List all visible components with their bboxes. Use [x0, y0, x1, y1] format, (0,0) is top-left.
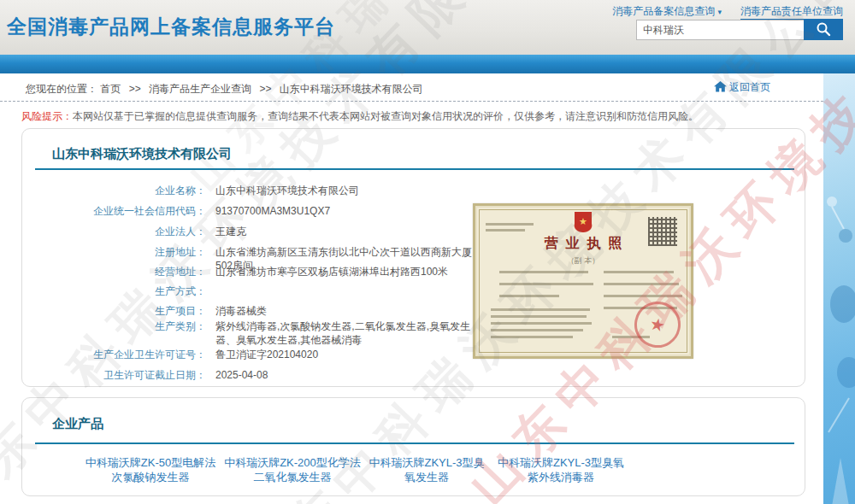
breadcrumb-category-link[interactable]: 消毒产品生产企业查询	[149, 83, 251, 95]
molecule-icon	[823, 176, 855, 504]
license-text-line	[499, 295, 559, 297]
site-header: 全国消毒产品网上备案信息服务平台 消毒产品备案信息查询 ▾消毒产品责任单位查询	[0, 0, 855, 55]
license-text-line	[491, 336, 573, 338]
nav-link-backup-query[interactable]: 消毒产品备案信息查询 ▾	[612, 5, 722, 17]
license-text-line	[491, 322, 592, 325]
field-row-production-category: 生产类别：紫外线消毒器,次氯酸钠发生器,二氧化氯发生器,臭氧发生器、臭氧水发生器…	[31, 319, 484, 347]
chevron-down-icon: ▾	[717, 8, 722, 16]
products-panel: 企业产品 中科瑞沃牌ZK-50型电解法次氯酸钠发生器 中科瑞沃牌ZK-200型化…	[21, 397, 805, 496]
search-bar	[636, 20, 843, 40]
field-value: 鲁卫消证字202104020	[215, 348, 474, 361]
license-title: 营业执照	[475, 235, 691, 253]
license-text-line	[499, 271, 588, 273]
field-value: 山东省潍坊市寒亭区双杨店镇湖淋埠出村路西100米	[215, 265, 474, 278]
national-emblem-icon: ★	[571, 210, 595, 234]
product-link-zkyl3-ozone[interactable]: 中科瑞沃牌ZKYL-3型臭氧发生器	[366, 455, 487, 484]
products-title: 企业产品	[52, 416, 103, 432]
product-link-zkyl3-uv[interactable]: 中科瑞沃牌ZKYL-3型臭氧紫外线消毒器	[492, 455, 629, 484]
field-value: 消毒器械类	[215, 304, 474, 318]
page: 全国消毒产品网上备案信息服务平台 消毒产品备案信息查询 ▾消毒产品责任单位查询	[0, 0, 855, 504]
license-text-line	[604, 271, 674, 273]
breadcrumb-current: 山东中科瑞沃环境技术有限公司	[280, 83, 423, 95]
nav-link-backup-query-label: 消毒产品备案信息查询	[612, 5, 715, 17]
product-link-zk50[interactable]: 中科瑞沃牌ZK-50型电解法次氯酸钠发生器	[82, 455, 219, 484]
svg-text:★: ★	[579, 216, 587, 226]
field-row-business-address: 经营地址：山东省潍坊市寒亭区双杨店镇湖淋埠出村路西100米	[31, 265, 484, 278]
license-text-line	[486, 229, 525, 231]
risk-notice: 风险提示：本网站仅基于已掌握的信息提供查询服务，查询结果不代表本网站对被查询对象…	[21, 110, 699, 123]
breadcrumb-bar: 您现在的位置： 首页 >> 消毒产品生产企业查询 >> 山东中科瑞沃环境技术有限…	[0, 73, 823, 102]
company-info-panel: 山东中科瑞沃环境技术有限公司 企业名称：山东中科瑞沃环境技术有限公司 企业统一社…	[21, 128, 805, 387]
field-label: 生产类别：	[31, 319, 206, 333]
home-icon	[714, 81, 727, 95]
license-text-line	[604, 283, 679, 285]
breadcrumb: 您现在的位置： 首页 >> 消毒产品生产企业查询 >> 山东中科瑞沃环境技术有限…	[26, 82, 423, 97]
field-label: 生产企业卫生许可证号：	[31, 348, 206, 361]
field-value: 山东中科瑞沃环境技术有限公司	[215, 184, 474, 197]
return-home-label: 返回首页	[729, 80, 770, 95]
field-row-license-expiry: 卫生许可证截止日期：2025-04-08	[31, 368, 484, 382]
field-row-production-item: 生产项目：消毒器械类	[31, 304, 484, 318]
nav-link-unit-query[interactable]: 消毒产品责任单位查询	[740, 5, 843, 21]
business-license-image: ★ 营业执照 （副 本） ★	[473, 203, 693, 359]
license-subtitle: （副 本）	[475, 255, 691, 267]
breadcrumb-separator: >>	[129, 83, 141, 95]
return-home-link[interactable]: 返回首页	[714, 80, 770, 95]
breadcrumb-home-link[interactable]: 首页	[100, 83, 121, 95]
license-text-line	[486, 223, 534, 226]
field-value: 紫外线消毒器,次氯酸钠发生器,二氧化氯发生器,臭氧发生器、臭氧水发生器,其他器械…	[215, 319, 474, 347]
field-row-license-number: 生产企业卫生许可证号：鲁卫消证字202104020	[31, 348, 484, 361]
field-value: 91370700MA3M3U1QX7	[215, 204, 474, 218]
company-title: 山东中科瑞沃环境技术有限公司	[52, 146, 232, 162]
risk-notice-label: 风险提示：	[21, 110, 73, 122]
title-divider	[35, 168, 794, 170]
search-button[interactable]	[804, 20, 843, 40]
field-value: 2025-04-08	[215, 368, 474, 382]
breadcrumb-separator: >>	[259, 83, 271, 95]
breadcrumb-prefix: 您现在的位置：	[26, 83, 97, 95]
search-input[interactable]	[636, 20, 804, 40]
product-link-zk200[interactable]: 中科瑞沃牌ZK-200型化学法二氧化氯发生器	[224, 455, 361, 484]
field-label: 注册地址：	[31, 245, 206, 259]
field-label: 经营地址：	[31, 265, 206, 278]
title-divider	[35, 442, 794, 444]
field-row-credit-code: 企业统一社会信用代码：91370700MA3M3U1QX7	[31, 204, 484, 218]
field-row-legal-person: 企业法人：王建克	[31, 225, 484, 238]
field-label: 企业统一社会信用代码：	[31, 204, 206, 218]
license-text-line	[604, 295, 682, 297]
field-value: 王建克	[215, 225, 474, 238]
license-text-line	[491, 315, 587, 318]
search-icon	[816, 26, 831, 39]
field-label: 生产项目：	[31, 304, 206, 318]
product-links: 中科瑞沃牌ZK-50型电解法次氯酸钠发生器 中科瑞沃牌ZK-200型化学法二氧化…	[82, 455, 629, 484]
risk-notice-text: 本网站仅基于已掌握的信息提供查询服务，查询结果不代表本网站对被查询对象信用状况的…	[73, 110, 699, 122]
license-text-line	[499, 283, 593, 285]
license-text-line	[491, 308, 590, 311]
top-nav: 消毒产品备案信息查询 ▾消毒产品责任单位查询	[612, 4, 843, 19]
side-decor-background	[823, 73, 855, 504]
nav-bar	[0, 55, 855, 73]
field-label: 企业法人：	[31, 225, 206, 238]
field-row-production-method: 生产方式：	[31, 284, 484, 298]
license-text-line	[491, 329, 583, 331]
field-label: 企业名称：	[31, 184, 206, 197]
field-row-company-name: 企业名称：山东中科瑞沃环境技术有限公司	[31, 184, 484, 197]
field-label: 卫生许可证截止日期：	[31, 368, 206, 382]
field-label: 生产方式：	[31, 284, 206, 298]
site-title: 全国消毒产品网上备案信息服务平台	[7, 14, 335, 40]
